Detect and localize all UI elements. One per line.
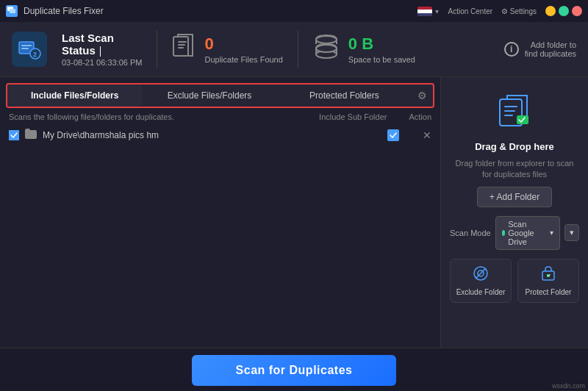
svg-rect-1: [10, 9, 15, 13]
folder-item: My Drive\dharmshala pics hm ✕: [0, 124, 440, 146]
tab-exclude[interactable]: Exclude Files/Folders: [142, 85, 276, 107]
duplicate-icon: [172, 34, 196, 65]
stat-divider-1: [157, 31, 157, 68]
right-panel: Drag & Drop here Drag folder from explor…: [441, 77, 588, 348]
svg-rect-9: [178, 44, 185, 46]
bottom-bar: Scan for Duplicates: [0, 348, 588, 391]
svg-rect-10: [178, 47, 184, 49]
svg-point-12: [316, 45, 337, 52]
google-drive-dot: [502, 230, 506, 236]
folder-list-header-right: Include Sub Folder Action: [319, 112, 431, 121]
minimize-btn[interactable]: [545, 6, 556, 16]
svg-text:2: 2: [33, 51, 37, 58]
drag-title: Drag & Drop here: [475, 141, 554, 152]
folder-icon: [25, 129, 37, 141]
protect-folder-icon: [540, 265, 556, 285]
window-controls: [545, 6, 582, 16]
svg-rect-4: [21, 48, 29, 49]
status-date: 03-08-21 06:33:06 PM: [62, 58, 142, 67]
flag-icon: [417, 7, 432, 16]
space-stat: 0 B Space to be saved: [313, 34, 415, 65]
watermark: wsxdn.com: [552, 382, 585, 390]
titlebar-right: ▾ Action Center ⚙ Settings: [417, 6, 582, 16]
chevron-down-icon: ▾: [550, 229, 553, 237]
scan-google-drive-label: Scan Google Drive: [508, 220, 547, 246]
maximize-btn[interactable]: [559, 6, 569, 16]
titlebar-left: Duplicate Files Fixer: [6, 5, 104, 17]
duplicate-info: 0 Duplicate Files Found: [204, 35, 282, 64]
svg-point-13: [316, 36, 337, 43]
scan-status: Last Scan Status 03-08-21 06:33:06 PM: [62, 32, 142, 67]
tabs-container: Include Files/Folders Exclude Files/Fold…: [6, 83, 434, 108]
main-content: Include Files/Folders Exclude Files/Fold…: [0, 77, 588, 348]
drag-desc: Drag folder from explorer to scan for du…: [450, 158, 579, 181]
app-logo: 2: [12, 32, 47, 67]
drag-drop-icon: [496, 92, 533, 135]
titlebar: Duplicate Files Fixer ▾ Action Center ⚙ …: [0, 0, 588, 22]
svg-rect-3: [21, 45, 32, 46]
exclude-folder-label: Exclude Folder: [456, 288, 506, 296]
app-icon: [6, 5, 18, 17]
protect-folder-tile[interactable]: Protect Folder: [517, 259, 579, 303]
settings-btn[interactable]: ⚙ Settings: [501, 7, 537, 15]
add-folder-hint: i Add folder to find duplicates: [504, 40, 576, 58]
tab-protected[interactable]: Protected Folders: [277, 85, 412, 107]
drag-drop-area: Drag & Drop here Drag folder from explor…: [450, 92, 579, 207]
folder-list-header: Scans the following files/folders for du…: [0, 108, 440, 124]
subfolder-checkbox[interactable]: [387, 129, 399, 141]
svg-line-21: [476, 268, 486, 279]
folder-remove-btn[interactable]: ✕: [423, 129, 431, 141]
space-icon: [313, 34, 340, 65]
action-header: Action: [409, 112, 431, 121]
duplicate-count: 0: [204, 35, 282, 54]
scan-mode-row: Scan Mode Scan Google Drive ▾ ▾: [450, 216, 579, 250]
status-title: Last Scan Status: [62, 32, 142, 57]
left-panel: Include Files/Folders Exclude Files/Fold…: [0, 77, 441, 348]
include-sub-folder-header: Include Sub Folder: [319, 112, 387, 121]
duplicate-label: Duplicate Files Found: [204, 55, 282, 64]
folder-path: My Drive\dharmshala pics hm: [43, 130, 381, 140]
folder-checkbox[interactable]: [9, 130, 19, 140]
dropdown-arrow[interactable]: ▾: [435, 7, 439, 15]
space-info: 0 B Space to be saved: [348, 35, 415, 64]
close-btn[interactable]: [572, 6, 582, 16]
scan-desc: Scans the following files/folders for du…: [9, 112, 319, 121]
header-stats: 2 Last Scan Status 03-08-21 06:33:06 PM …: [0, 22, 588, 77]
info-icon: i: [504, 42, 519, 57]
protect-folder-label: Protect Folder: [526, 288, 572, 296]
app-title: Duplicate Files Fixer: [24, 6, 104, 16]
scan-duplicates-btn[interactable]: Scan for Duplicates: [192, 355, 397, 386]
scan-mode-label: Scan Mode: [450, 229, 491, 237]
scan-mode-select[interactable]: Scan Google Drive ▾: [495, 216, 560, 250]
gear-icon[interactable]: ⚙: [412, 85, 433, 106]
add-folder-text: Add folder to find duplicates: [525, 40, 576, 58]
stat-divider-2: [298, 31, 298, 68]
bottom-actions: Exclude Folder Protect Folder: [450, 259, 579, 303]
space-label: Space to be saved: [348, 55, 415, 64]
scan-mode-dropdown-btn[interactable]: ▾: [564, 224, 579, 241]
exclude-folder-tile[interactable]: Exclude Folder: [450, 259, 512, 303]
action-center-btn[interactable]: Action Center: [448, 7, 492, 15]
exclude-folder-icon: [473, 265, 489, 285]
space-value: 0 B: [348, 35, 415, 54]
add-folder-btn[interactable]: + Add Folder: [477, 187, 552, 207]
svg-rect-8: [178, 41, 187, 43]
duplicate-stat: 0 Duplicate Files Found: [172, 34, 282, 65]
svg-rect-7: [173, 37, 188, 56]
tab-include[interactable]: Include Files/Folders: [7, 85, 142, 107]
